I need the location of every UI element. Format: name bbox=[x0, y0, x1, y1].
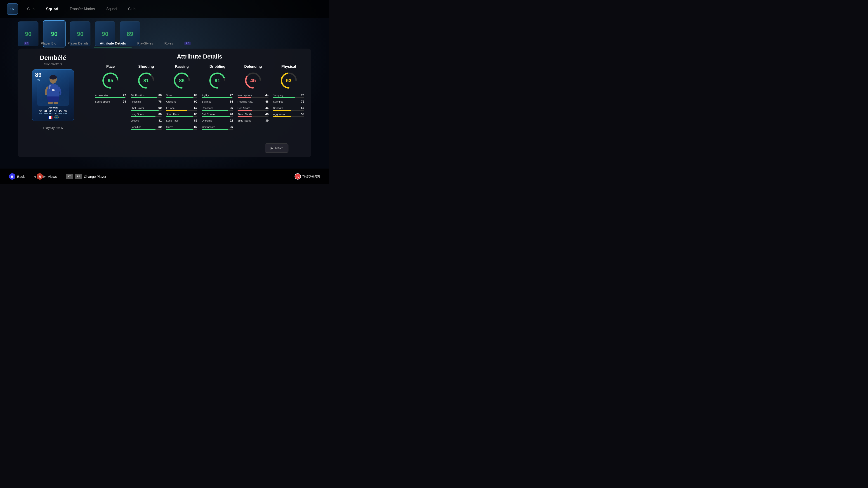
attrs-panel: Attribute Details Pace 95 Acceleration97… bbox=[88, 48, 311, 157]
card-flags: PSG bbox=[48, 115, 59, 119]
tab-bar: LB Player Bio Player Details Attribute D… bbox=[18, 38, 329, 48]
stat-row: Aggression58 bbox=[273, 112, 304, 117]
stat-list-defending: Interceptions44Heading Acc.48Def. Aware4… bbox=[238, 94, 269, 123]
stat-name: Short Pass bbox=[166, 113, 179, 116]
svg-text:TG: TG bbox=[296, 175, 299, 178]
stat-row: Agility97 bbox=[202, 94, 233, 98]
cat-title-pace: Pace bbox=[106, 65, 115, 69]
stat-name: Curve bbox=[166, 126, 173, 128]
stat-row: Curve87 bbox=[166, 125, 197, 130]
stat-name: Shot Power bbox=[131, 107, 144, 109]
b-badge: B bbox=[9, 173, 16, 180]
stat-row: Crossing90 bbox=[166, 100, 197, 104]
stat-row: Jumping70 bbox=[273, 94, 304, 98]
views-badge: ◀ R ▶ bbox=[34, 173, 46, 180]
tab-player-bio[interactable]: Player Bio bbox=[35, 39, 62, 47]
stat-list-dribbling: Agility97Balance84Reactions85Ball Contro… bbox=[202, 94, 233, 130]
stat-name: Slide Tackle bbox=[238, 119, 251, 122]
stat-list-pace: Acceleration97Sprint Speed94 bbox=[95, 94, 126, 104]
player-image: 10 bbox=[37, 74, 69, 106]
stat-value: 81 bbox=[158, 119, 162, 122]
stat-name: Sprint Speed bbox=[95, 100, 110, 103]
tab-player-details[interactable]: Player Details bbox=[62, 39, 94, 47]
stat-value: 80 bbox=[158, 112, 162, 116]
stat-value: 88 bbox=[194, 94, 197, 97]
attrs-grid: Pace 95 Acceleration97Sprint Speed94Shoo… bbox=[95, 65, 304, 130]
nav-transfer[interactable]: Transfer Market bbox=[67, 6, 97, 12]
stat-value: 94 bbox=[123, 100, 126, 103]
stat-value: 90 bbox=[158, 106, 162, 109]
stat-row: FK Acc.67 bbox=[166, 106, 197, 111]
watermark: TG THEGAMER bbox=[294, 173, 320, 180]
tab-roles[interactable]: Roles bbox=[159, 39, 179, 47]
stat-name: Balance bbox=[202, 100, 211, 103]
thegamer-icon: TG bbox=[294, 173, 301, 180]
nav-club2[interactable]: Club bbox=[126, 6, 138, 12]
rt-badge: RT bbox=[75, 174, 82, 179]
next-button[interactable]: ▶ Next bbox=[265, 143, 288, 153]
stat-name: Ball Control bbox=[202, 113, 215, 116]
svg-text:10: 10 bbox=[52, 89, 55, 92]
attr-category-pace: Pace 95 Acceleration97Sprint Speed94 bbox=[95, 65, 126, 130]
views-button[interactable]: ◀ R ▶ Views bbox=[34, 173, 57, 180]
playstyles-count: PlayStyles: 6 bbox=[43, 126, 63, 130]
cat-title-passing: Passing bbox=[175, 65, 188, 69]
tab-attribute-details[interactable]: Attribute Details bbox=[94, 39, 131, 47]
stat-value: 82 bbox=[194, 119, 197, 122]
tab-lb-badge: LB bbox=[18, 40, 35, 47]
stat-row: Volleys81 bbox=[131, 119, 162, 123]
stat-value: 90 bbox=[230, 112, 233, 116]
attr-category-physical: Physical 63 Jumping70Stamina76Strength57… bbox=[273, 65, 304, 130]
circle-gauge-physical: 63 bbox=[279, 71, 298, 90]
change-player-button[interactable]: LT RT Change Player bbox=[66, 174, 106, 179]
stat-name: Stand Tackle bbox=[238, 113, 252, 116]
stat-value: 85 bbox=[230, 125, 233, 129]
cat-title-dribbling: Dribbling bbox=[210, 65, 225, 69]
attr-category-passing: Passing 86 Vision88Crossing90FK Acc.67Sh… bbox=[166, 65, 197, 130]
stat-value: 44 bbox=[266, 94, 269, 97]
stat-value: 97 bbox=[230, 94, 233, 97]
circle-gauge-dribbling: 91 bbox=[208, 71, 227, 90]
bottom-nav: B Back ◀ R ▶ Views LT RT Change Player T… bbox=[0, 168, 329, 184]
stat-value: 76 bbox=[301, 100, 304, 103]
stat-row: Heading Acc.48 bbox=[238, 100, 269, 104]
stat-name: Att. Position bbox=[131, 94, 145, 97]
stat-row: Stand Tackle46 bbox=[238, 112, 269, 117]
stat-row: Ball Control90 bbox=[202, 112, 233, 117]
player-team: Globetrotters bbox=[44, 62, 62, 66]
stat-name: Aggression bbox=[273, 113, 286, 116]
stat-row: Sprint Speed94 bbox=[95, 100, 126, 104]
stat-name: Agility bbox=[202, 94, 209, 97]
circle-gauge-defending: 45 bbox=[243, 71, 263, 90]
stat-value: 57 bbox=[301, 106, 304, 109]
stat-row: Stamina76 bbox=[273, 100, 304, 104]
card-stats: 95PAC 81SHO 86PAS 91DRI 45DEF 63PHY bbox=[39, 110, 67, 115]
top-nav: U7 Club Squad Transfer Market Squad Club bbox=[0, 0, 329, 18]
back-button[interactable]: B Back bbox=[9, 173, 25, 180]
stat-value: 39 bbox=[266, 119, 269, 122]
stat-name: Penalties bbox=[131, 126, 141, 128]
nav-squad[interactable]: Squad bbox=[43, 6, 61, 13]
stat-name: Reactions bbox=[202, 107, 213, 109]
stat-name: FK Acc. bbox=[166, 107, 175, 109]
stat-row: Dribbling92 bbox=[202, 119, 233, 123]
nav-club[interactable]: Club bbox=[25, 6, 37, 12]
stat-name: Composure bbox=[202, 126, 215, 128]
cat-title-physical: Physical bbox=[281, 65, 296, 69]
nav-squad2[interactable]: Squad bbox=[104, 6, 119, 12]
stat-name: Finishing bbox=[131, 100, 141, 103]
stat-row: Att. Position86 bbox=[131, 94, 162, 98]
stat-row: Vision88 bbox=[166, 94, 197, 98]
stat-name: Long Pass bbox=[166, 119, 178, 122]
svg-rect-3 bbox=[54, 102, 58, 104]
france-flag bbox=[48, 116, 53, 119]
player-card-main: 89 RW bbox=[32, 69, 74, 121]
tab-playstyles[interactable]: PlayStyles bbox=[131, 39, 159, 47]
stat-row: Acceleration97 bbox=[95, 94, 126, 98]
stat-row: Finishing78 bbox=[131, 100, 162, 104]
circle-gauge-shooting: 81 bbox=[136, 71, 156, 90]
stat-row: Short Pass86 bbox=[166, 112, 197, 117]
club-logo: U7 bbox=[7, 3, 18, 15]
stat-value: 86 bbox=[158, 94, 162, 97]
stat-name: Crossing bbox=[166, 100, 176, 103]
